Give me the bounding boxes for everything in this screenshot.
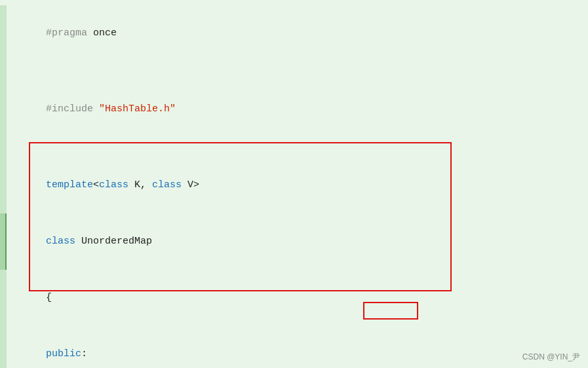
template-keyword: template <box>46 179 93 191</box>
code-text-5: template<class K, class V> <box>0 158 199 213</box>
line-marker-6 <box>0 213 7 270</box>
code-viewer: #pragma once #include "HashTable.h" temp… <box>0 0 588 368</box>
class-keyword-3: class <box>46 236 75 247</box>
line-marker-3 <box>0 81 7 138</box>
pragma-keyword: #pragma <box>46 28 93 39</box>
include-keyword: #include <box>46 103 99 115</box>
code-line-6: class UnorderedMap <box>0 213 588 270</box>
code-line-8: public: <box>0 326 588 368</box>
code-line-4 <box>0 138 588 157</box>
line-marker-5 <box>0 157 7 213</box>
code-text-6: class UnorderedMap <box>0 214 152 269</box>
code-text-3: #include "HashTable.h" <box>0 82 176 137</box>
code-text-8: public: <box>0 327 87 368</box>
template-open: < <box>93 179 99 191</box>
open-brace-1: { <box>46 292 52 303</box>
line-marker-1 <box>0 5 7 62</box>
include-path: "HashTable.h" <box>99 103 176 115</box>
code-line-2 <box>0 62 588 81</box>
line-marker-7 <box>0 270 7 326</box>
code-line-7: { <box>0 270 588 326</box>
code-line-1: #pragma once <box>0 5 588 62</box>
once-keyword: once <box>93 28 117 39</box>
code-line-3: #include "HashTable.h" <box>0 81 588 138</box>
class-keyword-1: class <box>99 179 128 191</box>
type-v: V> <box>182 179 199 191</box>
watermark: CSDN @YIN_尹 <box>522 352 580 363</box>
line-marker-4 <box>0 138 7 157</box>
public-colon: : <box>81 348 87 359</box>
type-k: K, <box>128 179 152 191</box>
code-line-5: template<class K, class V> <box>0 157 588 213</box>
class-keyword-2: class <box>152 179 182 191</box>
code-text-7: { <box>0 270 52 325</box>
code-text-1: #pragma once <box>0 6 117 61</box>
line-marker-2 <box>0 62 7 81</box>
public-keyword: public <box>46 348 81 359</box>
line-marker-8 <box>0 326 7 368</box>
class-name: UnorderedMap <box>75 236 152 247</box>
